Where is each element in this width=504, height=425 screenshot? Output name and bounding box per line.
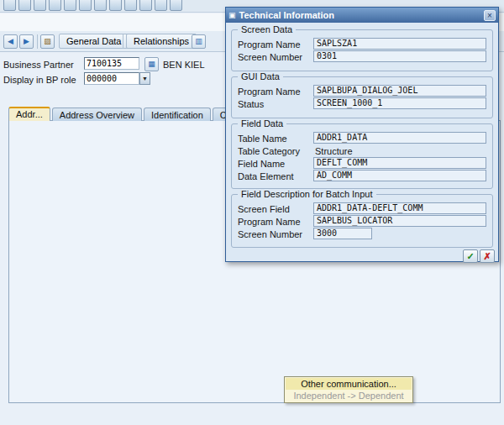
table-category-label: Table Category [238,146,300,157]
table-name-label: Table Name [238,134,287,144]
field-name-label: Field Name [238,159,285,170]
tab-address-overview[interactable]: Address Overview [52,108,142,121]
business-partner-field[interactable]: 7100135 [84,57,139,70]
toolbar-icon[interactable] [3,0,16,11]
status-label: Status [238,99,264,110]
program-name-label: Program Name [238,39,301,50]
program-name-field[interactable]: SAPLSZA1 [313,38,486,50]
context-menu: Other communication... Independent -> De… [284,376,413,403]
screen-number-field[interactable]: 0301 [313,50,486,62]
back-arrow-icon: ◀ [8,37,13,45]
display-change-button[interactable]: ▨ [40,34,55,49]
dialog-icon: ▣ [228,11,236,19]
table-category-value: Structure [315,146,353,157]
bp-category-button[interactable]: ▦ [144,57,159,71]
back-button[interactable]: ◀ [3,34,18,49]
section-title: GUI Data [238,71,283,81]
status-field[interactable]: SCREEN_1000_1 [313,97,486,109]
worklist-button[interactable]: ▥ [192,34,206,49]
data-element-field[interactable]: AD_COMM [313,170,486,181]
toolbar-icon[interactable] [170,0,182,11]
toolbar-icon[interactable] [109,0,122,11]
confirm-button[interactable]: ✓ [463,249,478,263]
forward-arrow-icon: ▶ [24,37,29,45]
screen-field-label: Screen Field [238,204,290,215]
x-icon: ✗ [483,251,491,261]
toolbar-icon[interactable] [34,0,46,11]
batch-program-name-label: Program Name [238,217,301,228]
toolbar-icon[interactable] [64,0,76,11]
batch-program-name-field[interactable]: SAPLBUS_LOCATOR [313,215,486,227]
batch-screen-number-field[interactable]: 3000 [313,228,372,239]
bp-role-field[interactable]: 000000 [84,72,139,85]
bp-role-dropdown[interactable]: ▼ [139,72,150,85]
chevron-down-icon: ▼ [142,76,148,81]
toolbar-separator [37,34,38,49]
section-title: Field Data [238,118,286,129]
toolbar-icon[interactable] [155,0,167,11]
gui-program-name-label: Program Name [238,87,301,97]
screen-number-label: Screen Number [238,52,302,63]
tab-identification[interactable]: Identification [144,108,211,121]
tab-address[interactable]: Addr... [8,107,50,121]
general-data-button[interactable]: General Data [59,34,129,49]
screen-field-field[interactable]: ADDR1_DATA-DEFLT_COMM [313,202,486,214]
dialog-titlebar[interactable]: ▣ Technical Information × [226,8,498,23]
gui-program-name-field[interactable]: SAPLBUPA_DIALOG_JOEL [313,85,486,97]
toolbar-icon[interactable] [124,0,137,11]
toolbar-icon[interactable] [79,0,92,11]
section-title: Screen Data [238,24,296,34]
sap-gui-window: ◀ ▶ ▨ General Data Relationships ▥ Busin… [0,0,504,425]
dialog-title: Technical Information [239,10,484,20]
table-name-field[interactable]: ADDR1_DATA [313,132,486,144]
cancel-button[interactable]: ✗ [480,249,495,263]
forward-button[interactable]: ▶ [19,34,34,49]
technical-information-dialog: ▣ Technical Information × Screen Data Pr… [225,7,499,262]
toolbar-icon[interactable] [139,0,152,11]
toolbar-icon[interactable] [18,0,31,11]
bp-role-label: Display in BP role [3,75,76,86]
section-title: Field Description for Batch Input [238,189,376,199]
toolbar-icon[interactable] [49,0,61,11]
business-partner-name: BEN KIEL [163,60,205,71]
relationships-button[interactable]: Relationships [126,34,197,49]
batch-screen-number-label: Screen Number [238,229,302,240]
field-name-field[interactable]: DEFLT_COMM [313,157,486,169]
close-icon[interactable]: × [484,10,496,21]
data-element-label: Data Element [238,171,294,182]
check-icon: ✓ [466,251,474,261]
toolbar-separator [123,34,123,49]
menu-item-other-communication[interactable]: Other communication... [286,378,412,390]
business-partner-label: Business Partner [3,60,74,71]
toolbar-icon[interactable] [94,0,107,11]
display-change-icon: ▨ [44,37,51,45]
menu-item-independent-dependent: Independent -> Dependent [286,390,412,401]
grid-icon: ▥ [195,37,202,45]
bp-category-icon: ▦ [148,60,155,68]
